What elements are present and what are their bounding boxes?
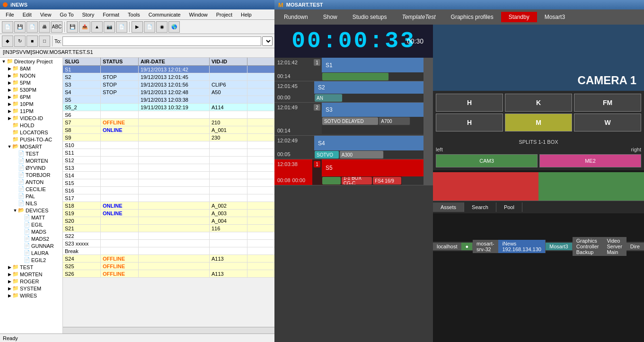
sidebar-root[interactable]: ▼ 📁 Directory Project [0,58,62,65]
sidebar-item-locators[interactable]: 📁 LOCATORS [6,129,62,136]
btn-h2[interactable]: H [436,114,503,132]
table-row[interactable]: S1 19/12/2013 12:01:42 [63,66,274,73]
toolbar-btn-8[interactable]: ▲ [91,21,103,33]
table-row[interactable]: S18 ONLINE A_002 [63,202,274,210]
menu-help[interactable]: Help [237,11,256,18]
sidebar-item-devices[interactable]: ▼ 📂 DEVICES [11,207,62,214]
toolbar-btn-1[interactable]: 📄 [2,21,13,33]
table-row[interactable]: S23 xxxxx [63,240,274,247]
sidebar-item-videoid[interactable]: ▶ 📁 VIDEO-ID [6,114,62,122]
table-row[interactable]: S17 [63,194,274,202]
toolbar-btn-4[interactable]: 🖶 [39,21,50,33]
table-row[interactable]: S4 STOP 19/12/2013 12:02:48 A50 [63,88,274,96]
table-row[interactable]: S5_2 19/11/2013 10:32:19 A114 [63,104,274,111]
tab-studio-setups[interactable]: Studio setups [345,12,395,22]
sidebar-item-egil[interactable]: 📄 EGIL [17,221,62,228]
table-row[interactable]: S2 STOP 19/12/2013 12:01:45 [63,73,274,81]
sidebar-item-torbjor[interactable]: 📄 TORBJOR [11,171,62,178]
menu-project[interactable]: Project [212,11,236,18]
sidebar-item-8am[interactable]: ▶ 📁 8AM [6,65,62,72]
table-row[interactable]: S5 19/12/2013 12:03:38 [63,96,274,104]
table-row[interactable]: S12 [63,157,274,164]
tab-standby[interactable]: Standby [501,12,537,22]
sidebar-item-system[interactable]: ▶ 📁 SYSTEM [6,285,62,292]
menu-goto[interactable]: Go To [56,11,77,18]
toolbar-btn-2[interactable]: 💾 [14,21,26,33]
toolbar-btn-11[interactable]: ▶ [132,21,143,33]
tab-assets[interactable]: Assets [433,202,464,212]
table-row[interactable]: S25 OFFLINE [63,263,274,270]
table-row[interactable]: S15 [63,179,274,187]
menu-story[interactable]: Story [79,11,98,18]
sidebar-item-mads[interactable]: 📄 MADS [17,228,62,235]
address-dropdown[interactable] [262,36,273,46]
sidebar-item-gunnar[interactable]: 📄 GUNNAR [17,242,62,249]
table-row[interactable]: S20 A_004 [63,217,274,225]
btn-fm[interactable]: FM [574,94,641,112]
menu-communicate[interactable]: Communicate [145,11,185,18]
sidebar-item-5pm[interactable]: ▶ 📁 5PM [6,79,62,86]
splits-me2-btn[interactable]: ME2 [539,154,641,167]
menu-file[interactable]: File [2,11,18,18]
sidebar-item-morten2[interactable]: ▶ 📁 MORTEN [6,271,62,278]
table-row[interactable]: S9 230 [63,134,274,141]
table-row[interactable]: S22 [63,232,274,240]
toolbar-btn-c[interactable]: ■ [26,35,38,47]
sidebar-item-noon[interactable]: ▶ 📁 NOON [6,72,62,79]
menu-view[interactable]: View [36,11,55,18]
toolbar-btn-10[interactable]: 📄 [116,21,127,33]
table-row[interactable]: Break [63,247,274,255]
menu-edit[interactable]: Edit [19,11,35,18]
tab-rundown[interactable]: Rundown [276,12,316,22]
table-row[interactable]: S8 ONLINE A_001 [63,126,274,134]
sidebar-item-mads2[interactable]: 📄 MADS2 [17,235,62,242]
sidebar-item-nils[interactable]: 📄 NILS [11,200,62,207]
toolbar-btn-5[interactable]: ABC [51,21,62,33]
toolbar-btn-12[interactable]: 📄 [144,21,155,33]
tab-search[interactable]: Search [464,202,496,212]
btn-k[interactable]: K [505,94,572,112]
btn-m[interactable]: M [505,114,572,132]
tab-show[interactable]: Show [316,12,345,22]
tab-graphics-profiles[interactable]: Graphics profiles [443,12,501,22]
table-row[interactable]: S13 [63,164,274,172]
table-row[interactable]: S3 STOP 19/12/2013 12:01:56 CLIP6 [63,81,274,88]
toolbar-btn-b[interactable]: ↻ [14,35,26,47]
sidebar-item-11pm[interactable]: ▶ 📁 11PM [6,107,62,114]
sidebar-item-egil2[interactable]: 📄 EGIL2 [17,256,62,263]
menu-format[interactable]: Format [99,11,123,18]
sidebar-item-pushtoa[interactable]: 📁 PUSH-TO-AC [6,136,62,143]
sidebar-item-mosart[interactable]: ▼ 📂 MOSART [6,143,62,150]
toolbar-btn-9[interactable]: 📷 [104,21,115,33]
sidebar-item-test2[interactable]: ▶ 📁 TEST [6,263,62,271]
sidebar-item-oyvind[interactable]: 📄 ØYVIND [11,164,62,171]
sidebar-item-pal[interactable]: 📄 PAL [11,193,62,200]
table-row[interactable]: S24 OFFLINE A113 [63,255,274,263]
table-row[interactable]: S11 [63,149,274,157]
sidebar-item-anton[interactable]: 📄 ANTON [11,178,62,185]
sidebar-item-10pm[interactable]: ▶ 📁 10PM [6,100,62,107]
table-row[interactable]: S26 OFFLINE A113 [63,270,274,278]
toolbar-btn-6[interactable]: 💾 [67,21,78,33]
table-row[interactable]: S6 [63,111,274,119]
btn-w[interactable]: W [574,114,641,132]
sidebar-item-roger[interactable]: ▶ 📁 ROGER [6,278,62,285]
tab-pool[interactable]: Pool [496,202,522,212]
table-row[interactable]: S7 OFFLINE 210 [63,119,274,126]
sidebar-item-matt[interactable]: 📄 MATT [17,214,62,221]
sidebar-item-morten[interactable]: 📄 MORTEN [11,157,62,164]
splits-cam3-btn[interactable]: CAM3 [436,154,538,167]
sidebar-item-hold[interactable]: 📁 HOLD [6,122,62,129]
tab-mosart3[interactable]: Mosart3 [537,12,573,22]
toolbar-btn-3[interactable]: 📄 [26,21,38,33]
btn-h1[interactable]: H [436,94,503,112]
tab-templatetest[interactable]: TemplateTest [394,12,443,22]
horizontal-scrollbar[interactable] [63,327,274,333]
sidebar-item-wires[interactable]: ▶ 📁 WIRES [6,292,62,299]
toolbar-btn-d[interactable]: □ [39,35,50,47]
sidebar-item-test[interactable]: 📄 TEST [11,150,62,157]
menu-window[interactable]: Window [185,11,212,18]
address-input[interactable] [62,36,261,46]
toolbar-btn-print[interactable]: ◉ [156,21,168,33]
table-row[interactable]: S21 116 [63,225,274,232]
